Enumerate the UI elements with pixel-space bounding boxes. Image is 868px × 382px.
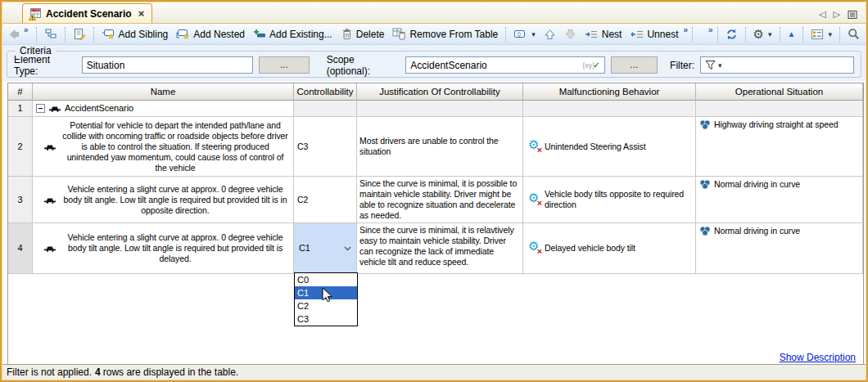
column-header-controllability[interactable]: Controllability: [294, 83, 357, 101]
delete-trash-icon: [341, 28, 353, 40]
controllability-cell[interactable]: C3: [294, 117, 357, 177]
refresh-icon: [726, 29, 738, 40]
collapse-expander-icon[interactable]: [36, 104, 45, 113]
element-type-browse-button[interactable]: ...: [259, 56, 309, 74]
tab-scroll-left-icon[interactable]: ◁: [819, 9, 825, 20]
justification-cell[interactable]: Most drivers are unable to control the s…: [357, 117, 523, 177]
element-type-value: Situation: [87, 60, 125, 71]
toolbar-overflow-icon[interactable]: »: [683, 25, 688, 34]
edit-document-icon: [73, 28, 86, 40]
malfunctioning-behavior-cell[interactable]: ⚙× Vehicle body tilts opposite to requir…: [523, 177, 696, 223]
criteria-panel: Criteria Element Type: Situation ... Sco…: [2, 45, 866, 81]
toolbar-overflow-icon[interactable]: »: [708, 25, 713, 34]
controllability-combo-open[interactable]: C1: [294, 223, 357, 274]
add-existing-button[interactable]: Add Existing...: [250, 27, 336, 42]
malfunction-gear-icon: ⚙×: [528, 242, 541, 254]
situation-icon: [43, 196, 57, 204]
name-text: Vehicle entering a slight curve at appro…: [61, 184, 290, 216]
name-cell[interactable]: Vehicle entering a slight curve at appro…: [33, 177, 294, 223]
malfunctioning-behavior-cell[interactable]: ⚙× Delayed vehicle body tilt: [523, 223, 696, 274]
scope-label: Scope (optional):: [327, 54, 400, 77]
back-button[interactable]: »: [5, 27, 32, 42]
remove-from-table-button[interactable]: Remove From Table: [389, 26, 501, 42]
add-sibling-label: Add Sibling: [119, 29, 169, 40]
search-button[interactable]: [844, 26, 863, 42]
malfunctioning-behavior-text: Delayed vehicle body tilt: [545, 243, 635, 254]
add-sibling-icon: [102, 28, 115, 40]
toolbar-separator: [802, 27, 803, 42]
table-row-root[interactable]: AccidentScenario: [33, 101, 294, 117]
delete-button[interactable]: Delete: [337, 26, 388, 42]
operational-situation-cell[interactable]: Highway driving straight at speed: [696, 117, 863, 177]
row-number[interactable]: 1: [8, 101, 33, 117]
column-header-name[interactable]: Name: [33, 83, 294, 101]
operational-situation-cell[interactable]: Normal driving in curve: [696, 223, 863, 274]
main-toolbar: » Add Sibling Add Nested Add Existing...…: [2, 24, 866, 45]
tab-close-icon[interactable]: ×: [138, 7, 145, 20]
edit-document-button[interactable]: [70, 26, 89, 42]
operational-situation-icon: [699, 119, 711, 130]
status-text-prefix: Filter is not applied.: [7, 366, 92, 378]
empty-cell: [523, 101, 696, 117]
malfunctioning-behavior-cell[interactable]: ⚙× Unintended Steering Assist: [523, 117, 696, 177]
show-description-link[interactable]: Show Description: [780, 352, 856, 363]
chevron-down-icon: [344, 246, 351, 251]
refresh-button[interactable]: [722, 27, 741, 42]
tab-title: Accident Scenario: [46, 8, 132, 20]
row-number[interactable]: 4: [8, 223, 33, 274]
selection-mode-icon: [513, 28, 527, 40]
remove-from-table-label: Remove From Table: [409, 29, 498, 40]
malfunctioning-behavior-text: Vehicle body tilts opposite to required …: [545, 189, 693, 210]
move-down-button[interactable]: [561, 27, 580, 42]
add-nested-button[interactable]: Add Nested: [173, 26, 248, 42]
tab-scroll-right-icon[interactable]: ▷: [834, 9, 840, 20]
tab-accident-scenario[interactable]: Accident Scenario ×: [22, 3, 152, 23]
add-sibling-button[interactable]: Add Sibling: [98, 26, 172, 42]
tree-structure-button[interactable]: [41, 26, 61, 42]
operational-situation-cell[interactable]: Normal driving in curve: [696, 177, 863, 223]
status-bar: Filter is not applied. 4 rows are displa…: [2, 364, 866, 380]
tab-list-icon[interactable]: [848, 10, 857, 20]
name-cell[interactable]: Vehicle entering a slight curve at appro…: [33, 223, 294, 274]
malfunctioning-behavior-text: Unintended Steering Assist: [545, 142, 645, 152]
scope-input[interactable]: AccidentScenario {xy}✓: [405, 56, 604, 74]
add-nested-icon: [176, 28, 190, 40]
column-header-justification[interactable]: Justification Of Controllability: [357, 83, 523, 101]
settings-button[interactable]: ⚙ ▾: [750, 27, 775, 42]
collapse-criteria-button[interactable]: ▲: [784, 28, 799, 40]
controllability-cell[interactable]: C2: [294, 177, 357, 223]
situation-icon: [43, 245, 57, 252]
move-up-icon: [544, 29, 556, 40]
operational-situation-text: Highway driving straight at speed: [714, 119, 838, 130]
scope-browse-button[interactable]: ...: [611, 56, 658, 74]
delete-label: Delete: [356, 29, 385, 40]
remove-from-table-icon: [392, 28, 406, 40]
tab-navigation: ◁ ▷: [819, 9, 866, 23]
filter-input[interactable]: ▾: [700, 56, 854, 74]
unnest-button[interactable]: Unnest: [626, 27, 681, 42]
element-type-input[interactable]: Situation: [82, 56, 254, 74]
add-nested-label: Add Nested: [193, 29, 245, 40]
dropdown-option-c0[interactable]: C0: [295, 273, 357, 286]
row-number[interactable]: 2: [8, 117, 33, 177]
settings-dropdown-icon: ▾: [768, 30, 772, 38]
justification-cell[interactable]: Since the curve is minimal, it is relavt…: [357, 223, 523, 274]
dropdown-option-c3[interactable]: C3: [295, 312, 357, 326]
criteria-group-box: Criteria Element Type: Situation ... Sco…: [7, 51, 861, 78]
column-header-number[interactable]: #: [8, 83, 33, 101]
selection-mode-button[interactable]: ▾: [510, 26, 539, 42]
name-cell[interactable]: Potential for vehicle to depart the inte…: [33, 117, 294, 177]
move-up-button[interactable]: [540, 27, 559, 42]
toolbar-separator: [65, 27, 66, 42]
column-header-operational-situation[interactable]: Operational Situation: [696, 83, 863, 101]
tree-structure-icon: [44, 28, 57, 40]
view-options-button[interactable]: ▾: [807, 27, 835, 42]
row-number[interactable]: 3: [8, 177, 33, 223]
operational-situation-text: Normal driving in curve: [714, 179, 800, 190]
nest-button[interactable]: Nest: [581, 27, 626, 42]
unnest-icon: [630, 29, 644, 40]
operational-situation-icon: [699, 179, 711, 190]
column-header-malfunctioning-behavior[interactable]: Malfunctioning Behavior: [523, 83, 696, 101]
justification-cell[interactable]: Since the curve is minimal, it is possib…: [357, 177, 523, 223]
situation-icon: [48, 105, 61, 112]
